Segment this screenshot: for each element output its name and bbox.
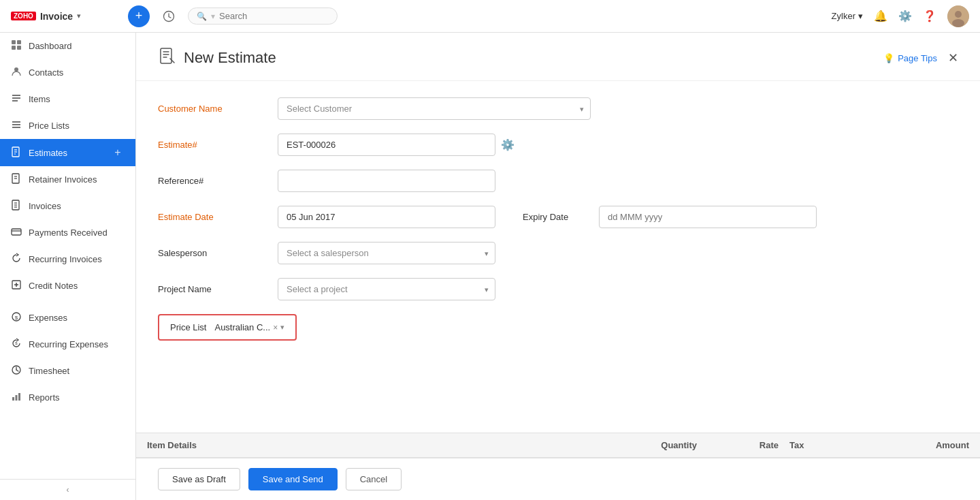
svg-rect-5	[17, 40, 21, 44]
search-icon: 🔍	[197, 12, 207, 21]
sidebar-item-invoices[interactable]: Invoices	[0, 193, 135, 219]
svg-point-8	[14, 67, 18, 72]
sidebar-label-timesheet: Timesheet	[29, 366, 125, 376]
price-list-clear-button[interactable]: ×	[273, 323, 278, 332]
recurring-expenses-icon: $	[11, 338, 22, 351]
svg-rect-7	[17, 46, 21, 50]
user-menu[interactable]: Zylker ▾	[832, 11, 863, 21]
sidebar-item-estimates[interactable]: Estimates+	[0, 139, 135, 166]
svg-rect-26	[12, 229, 21, 235]
notifications-icon[interactable]: 🔔	[874, 10, 887, 22]
customer-name-row: Customer Name Select Customer ▾	[158, 97, 958, 120]
svg-rect-38	[16, 395, 18, 401]
estimate-date-label: Estimate Date	[158, 212, 267, 222]
price-list-chevron-icon[interactable]: ▾	[280, 323, 284, 332]
estimate-date-input[interactable]	[278, 206, 495, 228]
search-bar[interactable]: 🔍 ▾	[188, 7, 338, 25]
sidebar-label-reports: Reports	[29, 392, 125, 403]
zoho-logo-box: ZOHO	[11, 12, 36, 20]
sidebar-item-dashboard[interactable]: Dashboard	[0, 33, 135, 59]
recurring-invoices-icon	[11, 253, 22, 266]
price-list-box: Price List Australian C... × ▾	[158, 314, 297, 341]
help-icon[interactable]: ❓	[923, 10, 936, 22]
timesheet-icon	[11, 364, 22, 377]
sidebar-item-contacts[interactable]: Contacts	[0, 59, 135, 86]
salesperson-select[interactable]: Select a salesperson	[278, 242, 495, 264]
page-tips-button[interactable]: 💡 Page Tips	[883, 53, 937, 63]
svg-point-3	[952, 19, 964, 27]
save-send-button[interactable]: Save and Send	[248, 468, 338, 490]
price-list-selected-value: Australian C...	[214, 322, 270, 332]
svg-text:$: $	[15, 315, 18, 321]
items-icon	[11, 93, 22, 106]
add-new-button[interactable]: +	[128, 5, 150, 27]
retainer-invoices-icon	[11, 173, 22, 186]
svg-rect-4	[12, 40, 16, 44]
credit-notes-icon	[11, 279, 22, 292]
sidebar-label-estimates: Estimates	[29, 148, 104, 158]
estimate-num-controls: ⚙️	[278, 134, 514, 156]
estimates-add-button[interactable]: +	[111, 146, 125, 159]
salesperson-select-wrap: Select a salesperson ▾	[278, 242, 495, 264]
sidebar-label-price-lists: Price Lists	[29, 121, 125, 131]
sidebar-item-price-lists[interactable]: Price Lists	[0, 112, 135, 139]
salesperson-label: Salesperson	[158, 248, 267, 258]
sidebar-label-payments-received: Payments Received	[29, 228, 125, 238]
sidebar-item-credit-notes[interactable]: Credit Notes	[0, 272, 135, 299]
product-name: Invoice	[40, 11, 73, 22]
sidebar-collapse-btn[interactable]: ‹	[0, 479, 135, 500]
collapse-icon: ‹	[67, 485, 69, 495]
history-button[interactable]	[158, 5, 180, 27]
reports-icon	[11, 391, 22, 404]
reference-label: Reference#	[158, 176, 267, 186]
sidebar-item-recurring-invoices[interactable]: Recurring Invoices	[0, 246, 135, 272]
table-header: Item Details Quantity Rate Tax Amount	[136, 433, 980, 458]
project-label: Project Name	[158, 284, 267, 294]
search-divider: ▾	[211, 12, 215, 21]
reference-input[interactable]	[278, 170, 495, 192]
sidebar-item-reports[interactable]: Reports	[0, 384, 135, 411]
sidebar-item-retainer-invoices[interactable]: Retainer Invoices	[0, 166, 135, 193]
logo-area[interactable]: ZOHO Invoice ▾	[11, 11, 120, 22]
estimate-num-input[interactable]	[278, 134, 495, 156]
sidebar-item-recurring-expenses[interactable]: $Recurring Expenses	[0, 331, 135, 358]
sidebar-label-dashboard: Dashboard	[29, 41, 125, 51]
expiry-date-input[interactable]	[599, 206, 817, 228]
page-title: New Estimate	[184, 49, 276, 67]
invoices-icon	[11, 200, 22, 213]
sidebar-label-items: Items	[29, 94, 125, 104]
payments-received-icon	[11, 226, 22, 239]
close-button[interactable]: ✕	[948, 50, 958, 65]
price-list-value: Australian C... × ▾	[214, 322, 284, 332]
sidebar-item-timesheet[interactable]: Timesheet	[0, 358, 135, 384]
project-select[interactable]: Select a project	[278, 278, 495, 300]
avatar[interactable]	[947, 5, 969, 27]
cancel-button[interactable]: Cancel	[346, 468, 402, 490]
contacts-icon	[11, 66, 22, 79]
customer-name-select-wrap: Select Customer ▾	[278, 97, 591, 120]
settings-icon[interactable]: ⚙️	[898, 10, 912, 22]
sidebar-label-recurring-expenses: Recurring Expenses	[29, 339, 125, 349]
sidebar-label-recurring-invoices: Recurring Invoices	[29, 254, 125, 264]
customer-name-select[interactable]: Select Customer	[278, 97, 591, 120]
page-title-icon	[158, 46, 177, 69]
svg-text:$: $	[15, 341, 18, 345]
svg-rect-37	[12, 397, 14, 401]
page-tips-label: Page Tips	[898, 53, 937, 63]
sidebar-item-expenses[interactable]: $Expenses	[0, 304, 135, 331]
save-draft-button[interactable]: Save as Draft	[158, 468, 240, 490]
customer-name-label: Customer Name	[158, 104, 267, 114]
page-header: New Estimate 💡 Page Tips ✕	[136, 33, 980, 81]
search-input[interactable]	[219, 11, 329, 21]
price-lists-icon	[11, 119, 22, 132]
lightbulb-icon: 💡	[883, 53, 894, 63]
expiry-date-label: Expiry Date	[506, 212, 588, 222]
estimate-settings-icon[interactable]: ⚙️	[501, 138, 514, 151]
top-navigation: ZOHO Invoice ▾ + 🔍 ▾ Zylker ▾ 🔔 ⚙️ ❓	[0, 0, 980, 33]
project-select-wrap: Select a project ▾	[278, 278, 495, 300]
page-header-actions: 💡 Page Tips ✕	[883, 50, 958, 65]
user-name: Zylker	[832, 11, 855, 21]
sidebar-label-invoices: Invoices	[29, 201, 125, 211]
sidebar-item-payments-received[interactable]: Payments Received	[0, 219, 135, 246]
sidebar-item-items[interactable]: Items	[0, 86, 135, 112]
